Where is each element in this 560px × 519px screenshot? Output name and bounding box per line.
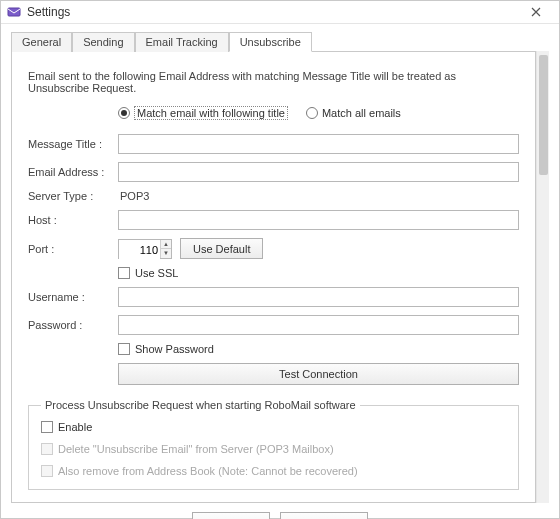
tab-unsubscribe[interactable]: Unsubscribe <box>229 32 312 52</box>
test-connection-button[interactable]: Test Connection <box>118 363 519 385</box>
save-button[interactable]: Save <box>192 512 270 519</box>
username-input[interactable] <box>118 287 519 307</box>
radio-match-all-label: Match all emails <box>322 107 401 119</box>
label-password: Password : <box>28 319 118 331</box>
radio-match-all[interactable]: Match all emails <box>306 107 401 119</box>
show-password-checkbox[interactable]: Show Password <box>118 343 519 355</box>
host-input[interactable] <box>118 210 519 230</box>
vertical-scrollbar[interactable] <box>536 51 549 503</box>
port-spin-up[interactable]: ▲ <box>161 240 171 250</box>
app-icon <box>7 5 21 19</box>
email-address-input[interactable] <box>118 162 519 182</box>
intro-text: Email sent to the following Email Addres… <box>28 70 519 94</box>
enable-checkbox[interactable]: Enable <box>41 421 506 433</box>
close-button[interactable] <box>519 1 553 23</box>
dialog-footer: Save Cancel <box>11 503 549 519</box>
radio-match-title[interactable]: Match email with following title <box>118 106 288 120</box>
match-mode-radios: Match email with following title Match a… <box>118 106 519 120</box>
scrollbar-thumb[interactable] <box>539 55 548 175</box>
label-port: Port : <box>28 243 118 255</box>
label-username: Username : <box>28 291 118 303</box>
process-unsubscribe-fieldset: Process Unsubscribe Request when startin… <box>28 399 519 490</box>
message-title-input[interactable] <box>118 134 519 154</box>
tab-panel-unsubscribe: Email sent to the following Email Addres… <box>11 51 536 503</box>
label-server-type: Server Type : <box>28 190 118 202</box>
remove-from-book-checkbox: Also remove from Address Book (Note: Can… <box>41 465 506 477</box>
tab-general[interactable]: General <box>11 32 72 52</box>
tab-email-tracking[interactable]: Email Tracking <box>135 32 229 52</box>
radio-dot-icon <box>306 107 318 119</box>
enable-label: Enable <box>58 421 92 433</box>
password-input[interactable] <box>118 315 519 335</box>
radio-match-title-label: Match email with following title <box>134 106 288 120</box>
port-spinner[interactable]: ▲ ▼ <box>118 239 172 259</box>
svg-rect-0 <box>8 8 20 16</box>
delete-from-server-checkbox: Delete "Unsubscribe Email" from Server (… <box>41 443 506 455</box>
checkbox-icon <box>118 267 130 279</box>
titlebar: Settings <box>1 1 559 24</box>
checkbox-icon <box>118 343 130 355</box>
tab-sending[interactable]: Sending <box>72 32 134 52</box>
use-default-button[interactable]: Use Default <box>180 238 263 259</box>
port-spin-down[interactable]: ▼ <box>161 249 171 258</box>
server-type-value: POP3 <box>118 190 519 202</box>
use-ssl-checkbox[interactable]: Use SSL <box>118 267 519 279</box>
label-host: Host : <box>28 214 118 226</box>
label-email-address: Email Address : <box>28 166 118 178</box>
tab-panel-wrap: Email sent to the following Email Addres… <box>11 51 549 503</box>
checkbox-icon <box>41 443 53 455</box>
radio-dot-icon <box>118 107 130 119</box>
tab-strip: General Sending Email Tracking Unsubscri… <box>11 32 549 52</box>
process-unsubscribe-legend: Process Unsubscribe Request when startin… <box>41 399 360 411</box>
port-row: ▲ ▼ Use Default <box>118 238 519 259</box>
client-area: General Sending Email Tracking Unsubscri… <box>1 24 559 519</box>
checkbox-icon <box>41 465 53 477</box>
delete-from-server-label: Delete "Unsubscribe Email" from Server (… <box>58 443 334 455</box>
checkbox-icon <box>41 421 53 433</box>
port-input[interactable] <box>119 240 160 260</box>
show-password-label: Show Password <box>135 343 214 355</box>
settings-form: Message Title : Email Address : Server T… <box>28 134 519 385</box>
window-title: Settings <box>27 5 519 19</box>
use-ssl-label: Use SSL <box>135 267 178 279</box>
remove-from-book-label: Also remove from Address Book (Note: Can… <box>58 465 358 477</box>
port-spin-buttons: ▲ ▼ <box>160 240 171 258</box>
cancel-button[interactable]: Cancel <box>280 512 369 519</box>
label-message-title: Message Title : <box>28 138 118 150</box>
settings-window: Settings General Sending Email Tracking … <box>0 0 560 519</box>
